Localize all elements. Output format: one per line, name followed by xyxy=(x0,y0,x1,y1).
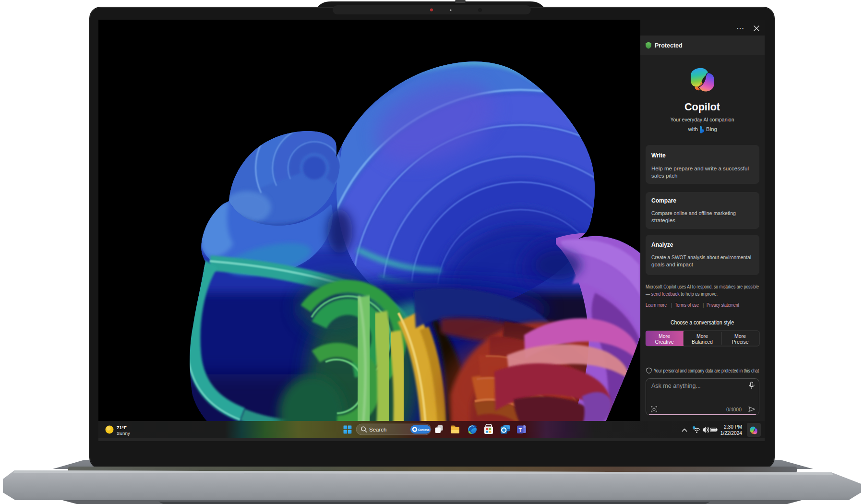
svg-text:Sunny: Sunny xyxy=(117,431,130,436)
svg-text:1/22/2024: 1/22/2024 xyxy=(720,431,743,436)
svg-text:Precise: Precise xyxy=(732,339,748,345)
svg-text:with: with xyxy=(688,126,698,132)
svg-text:More: More xyxy=(734,333,746,339)
svg-text:Your personal and company data: Your personal and company data are prote… xyxy=(654,368,759,373)
svg-text:Copilot: Copilot xyxy=(684,101,720,113)
svg-text:2:30 PM: 2:30 PM xyxy=(724,424,742,430)
svg-text:Create a SWOT analysis about e: Create a SWOT analysis about environment… xyxy=(651,254,751,260)
svg-text:T: T xyxy=(518,427,522,433)
svg-text:goals and impact: goals and impact xyxy=(651,262,694,267)
svg-text:strategies: strategies xyxy=(651,217,675,223)
svg-text:71°F: 71°F xyxy=(117,425,127,430)
svg-text:Compare: Compare xyxy=(651,197,676,204)
svg-text:|: | xyxy=(703,302,704,308)
svg-text:Learn more: Learn more xyxy=(646,302,667,308)
svg-text:|: | xyxy=(671,302,672,308)
svg-text:Help me prepare and write a su: Help me prepare and write a successful xyxy=(651,166,749,171)
svg-text:Your everyday AI companion: Your everyday AI companion xyxy=(671,117,734,122)
svg-text:Privacy statement: Privacy statement xyxy=(707,302,739,308)
svg-text:Creative: Creative xyxy=(655,339,673,345)
svg-text:Protected: Protected xyxy=(655,42,683,49)
svg-text:More: More xyxy=(696,333,708,339)
svg-text:More: More xyxy=(659,333,670,339)
svg-text:Write: Write xyxy=(651,152,666,159)
svg-text:Microsoft Copilot uses AI to r: Microsoft Copilot uses AI to respond, so… xyxy=(646,284,759,289)
svg-text:0/4000: 0/4000 xyxy=(726,407,742,412)
svg-text:Compare online and offline mar: Compare online and offline marketing xyxy=(651,210,736,216)
svg-text:Bing: Bing xyxy=(706,126,717,132)
svg-text:sales pitch: sales pitch xyxy=(651,173,677,179)
svg-text:Balanced: Balanced xyxy=(692,339,713,345)
svg-text:Contoso: Contoso xyxy=(418,428,430,432)
svg-text:Analyze: Analyze xyxy=(651,241,673,248)
svg-text:···: ··· xyxy=(737,24,744,32)
svg-text:Ask me anything...: Ask me anything... xyxy=(651,383,701,389)
svg-text:— send feedback to help us imp: — send feedback to help us improve. xyxy=(646,291,718,297)
svg-text:Search: Search xyxy=(369,427,386,432)
svg-text:Choose a conversation style: Choose a conversation style xyxy=(671,319,734,326)
svg-text:Terms of use: Terms of use xyxy=(675,302,699,308)
